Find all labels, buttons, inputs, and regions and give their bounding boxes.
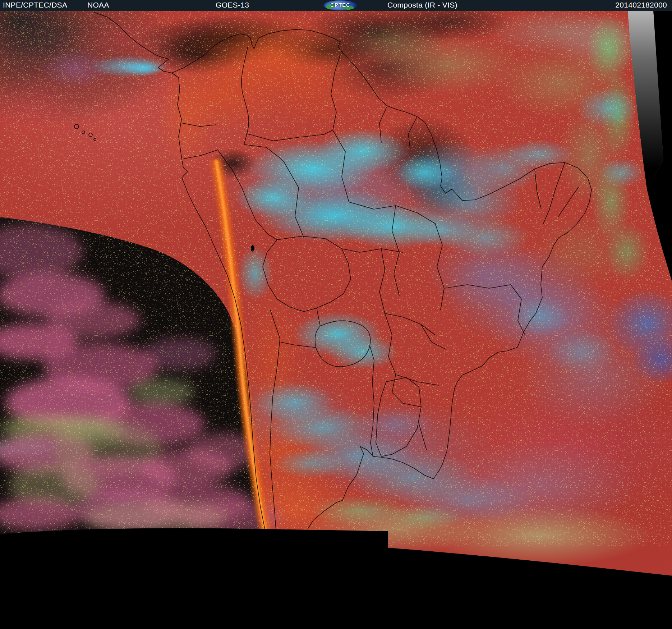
agency-label: INPE/CPTEC/DSA (3, 1, 67, 9)
timestamp-label: 201402182000 (615, 1, 667, 9)
cptec-globe-logo-icon: CPTEC (323, 0, 357, 10)
header-bar: INPE/CPTEC/DSA NOAA GOES-13 CPTEC Compos… (0, 0, 672, 11)
grain-texture-red (0, 10, 172, 118)
product-label: Composta (IR - VIS) (387, 1, 457, 9)
satellite-image (0, 0, 672, 629)
satellite-label: GOES-13 (216, 1, 249, 9)
map-overlay (0, 0, 672, 629)
cptec-logo-text: CPTEC (323, 2, 357, 8)
noaa-label: NOAA (87, 1, 109, 9)
